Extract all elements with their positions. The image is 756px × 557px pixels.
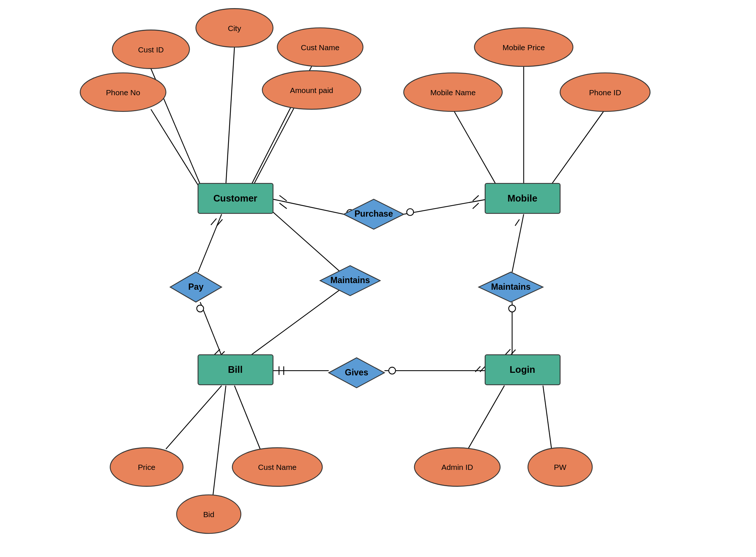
line-customer-maintains	[273, 212, 350, 281]
mark3	[473, 195, 479, 201]
attr-custid-label: Cust ID	[138, 45, 164, 54]
line-phoneno-customer	[151, 109, 200, 189]
attr-price-label: Price	[138, 463, 155, 471]
entity-mobile-label: Mobile	[508, 193, 537, 203]
rel-pay-label: Pay	[188, 282, 203, 292]
rel-maintains-left-label: Maintains	[330, 275, 370, 285]
line-customer-pay	[198, 214, 221, 272]
entity-bill-label: Bill	[228, 364, 243, 375]
entity-login-label: Login	[509, 364, 535, 375]
mark5	[211, 219, 216, 225]
line-amountpaid-customer	[252, 107, 295, 189]
mark2	[279, 203, 287, 209]
attr-phoneno-label: Phone No	[106, 88, 140, 97]
line-bill-bid	[213, 386, 226, 495]
mark14	[475, 366, 480, 372]
mark10	[505, 349, 511, 355]
circle-purchase-mobile	[407, 209, 414, 216]
attr-adminid-label: Admin ID	[441, 463, 473, 471]
mark1	[279, 195, 287, 201]
attr-mobilename-label: Mobile Name	[430, 88, 476, 97]
rel-gives-label: Gives	[345, 368, 368, 377]
attr-custname-label: Cust Name	[301, 43, 339, 52]
attr-pw-label: PW	[554, 463, 567, 471]
circle-gives-login	[389, 367, 396, 374]
line-mobilename-mobile	[453, 109, 496, 184]
rel-maintains-right-label: Maintains	[491, 282, 530, 292]
mark15	[480, 366, 485, 372]
line-bill-custname2	[234, 386, 260, 449]
line-city-customer	[226, 47, 234, 184]
mark7	[214, 349, 220, 355]
attr-city-label: City	[228, 24, 241, 32]
attr-amountpaid-label: Amount paid	[290, 86, 333, 94]
circle-maintains-login	[509, 305, 516, 312]
circle-pay-bill	[197, 305, 204, 312]
mark9	[515, 219, 519, 226]
entity-customer-label: Customer	[213, 193, 257, 203]
mark6	[217, 219, 223, 226]
rel-purchase-label: Purchase	[354, 209, 393, 219]
line-maintains-bill	[247, 281, 352, 358]
line-login-pw	[543, 386, 551, 449]
attr-mobileprice-label: Mobile Price	[502, 43, 545, 52]
line-mobile-maintainsright	[512, 214, 523, 272]
line-login-adminid	[468, 386, 505, 449]
mark4	[473, 203, 479, 209]
attr-bid-label: Bid	[203, 510, 214, 519]
line-bill-price	[166, 386, 221, 449]
line-phoneid-mobile	[551, 109, 605, 184]
attr-phoneid-label: Phone ID	[589, 88, 621, 97]
attr-custname2-label: Cust Name	[258, 463, 296, 471]
